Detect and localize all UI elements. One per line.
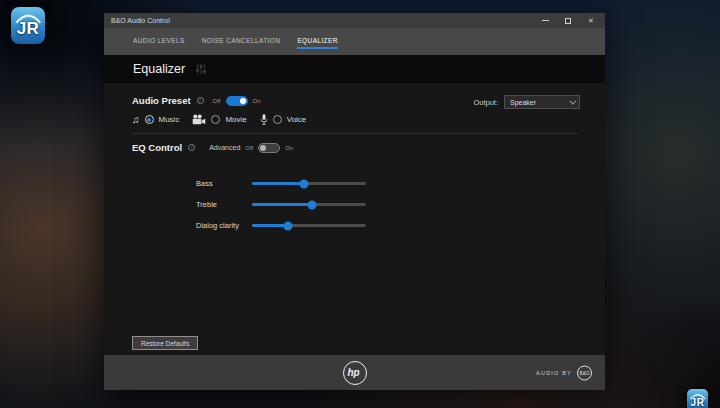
maximize-icon <box>565 18 571 24</box>
music-note-icon: ♫ <box>132 115 140 125</box>
bass-slider[interactable] <box>252 182 366 185</box>
advanced-off-label: Off <box>245 145 253 151</box>
eq-control-section: EQ Control i Advanced Off On Bass <box>104 134 605 236</box>
audio-preset-on-label: On <box>253 98 261 104</box>
equalizer-icon <box>195 63 207 75</box>
close-button[interactable]: ✕ <box>585 15 597 27</box>
jr-watermark-logo: JR <box>11 7 45 44</box>
restore-defaults-button[interactable]: Restore Defaults <box>132 336 198 350</box>
titlebar[interactable]: B&O Audio Control ✕ <box>104 13 605 28</box>
window-controls: ✕ <box>539 15 605 27</box>
jr-arc-icon <box>689 392 707 400</box>
preset-option-voice[interactable]: Voice <box>260 113 307 126</box>
page-title: Equalizer <box>133 62 185 76</box>
hp-logo-icon: hp <box>343 361 367 385</box>
bass-label: Bass <box>196 179 252 188</box>
toggle-knob <box>240 98 246 104</box>
output-label: Output: <box>473 98 498 107</box>
tab-noise-cancellation[interactable]: NOISE CANCELLATION <box>202 34 281 49</box>
bass-slider-row: Bass <box>196 173 577 194</box>
maximize-button[interactable] <box>562 15 574 27</box>
advanced-label: Advanced <box>209 144 240 151</box>
preset-options-row: ♫ Music Movie <box>132 113 577 126</box>
music-label: Music <box>159 115 180 124</box>
bo-logo-text: B&O <box>579 370 589 375</box>
window-title: B&O Audio Control <box>104 17 539 24</box>
treble-slider-row: Treble <box>196 194 577 215</box>
advanced-toggle[interactable] <box>258 143 280 153</box>
audio-by-label: AUDIO BY <box>536 370 572 376</box>
dialog-clarity-label: Dialog clarity <box>196 221 252 230</box>
voice-radio[interactable] <box>273 115 282 124</box>
dialog-clarity-slider-row: Dialog clarity <box>196 215 577 236</box>
treble-label: Treble <box>196 200 252 209</box>
dialog-clarity-slider[interactable] <box>252 224 366 227</box>
output-selected-value: Speaker <box>510 99 569 106</box>
close-icon: ✕ <box>588 17 594 24</box>
microphone-icon <box>260 113 268 126</box>
music-radio[interactable] <box>145 115 154 124</box>
tab-bar: AUDIO LEVELS NOISE CANCELLATION EQUALIZE… <box>104 28 605 55</box>
jr-arc-icon <box>14 11 43 25</box>
advanced-on-label: On <box>285 145 293 151</box>
eq-sliders: Bass Treble Dialog c <box>132 173 577 236</box>
preset-option-music[interactable]: ♫ Music <box>132 115 179 125</box>
minimize-icon <box>542 20 549 21</box>
eq-control-info-icon[interactable]: i <box>188 144 195 151</box>
movie-camera-icon <box>192 114 206 125</box>
audio-preset-label: Audio Preset <box>132 95 191 106</box>
toggle-knob <box>260 145 266 151</box>
movie-label: Movie <box>225 115 246 124</box>
output-group: Output: Speaker <box>473 95 580 109</box>
desktop-background: JR B&O Audio Control ✕ AUDIO LEVELS NOIS… <box>0 0 720 408</box>
treble-slider-thumb[interactable] <box>308 200 317 209</box>
audio-preset-toggle[interactable] <box>226 96 248 106</box>
tab-equalizer[interactable]: EQUALIZER <box>297 34 337 49</box>
chevron-down-icon <box>569 97 576 104</box>
minimize-button[interactable] <box>539 15 551 27</box>
hp-logo-text: hp <box>347 367 361 378</box>
preset-option-movie[interactable]: Movie <box>192 114 246 125</box>
bo-audio-control-window: B&O Audio Control ✕ AUDIO LEVELS NOISE C… <box>104 13 605 390</box>
dialog-clarity-slider-thumb[interactable] <box>284 221 293 230</box>
audio-by-branding: AUDIO BY B&O <box>536 365 592 380</box>
treble-slider-fill <box>252 203 312 206</box>
treble-slider[interactable] <box>252 203 366 206</box>
eq-control-label: EQ Control <box>132 142 182 153</box>
jr-watermark-logo-small: JR <box>687 389 708 408</box>
output-select[interactable]: Speaker <box>504 95 580 109</box>
page-header: Equalizer <box>104 55 605 83</box>
bo-logo-icon: B&O <box>577 365 592 380</box>
bass-slider-fill <box>252 182 304 185</box>
movie-radio[interactable] <box>211 115 220 124</box>
eq-control-row: EQ Control i Advanced Off On <box>132 142 577 153</box>
tab-audio-levels[interactable]: AUDIO LEVELS <box>133 34 185 49</box>
voice-label: Voice <box>287 115 307 124</box>
audio-preset-info-icon[interactable]: i <box>197 97 204 104</box>
audio-preset-off-label: Off <box>213 98 221 104</box>
bass-slider-thumb[interactable] <box>300 179 309 188</box>
window-footer: hp AUDIO BY B&O <box>104 355 605 390</box>
